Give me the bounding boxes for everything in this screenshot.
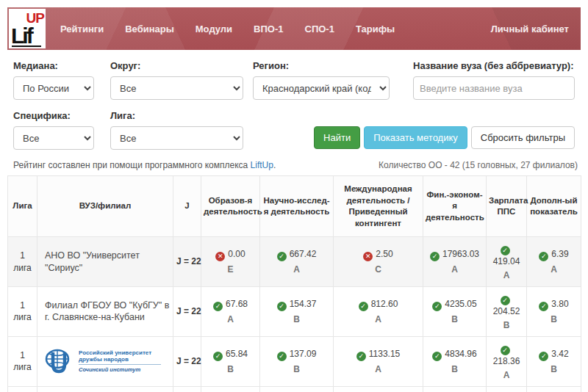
specifika-select[interactable]: Все: [13, 126, 94, 150]
okrug-select[interactable]: Все: [110, 76, 243, 100]
j-cell: J = 22: [173, 237, 201, 287]
metric-value: 218.36: [493, 356, 520, 366]
region-label: Регион:: [253, 60, 390, 71]
col-header-university[interactable]: ВУЗ/филиал: [37, 176, 173, 237]
liftup-link[interactable]: LiftUp: [251, 160, 273, 170]
metric-grade: B: [490, 319, 523, 331]
filters-panel: Медиана: По России Округ: Все Регион: Кр…: [7, 50, 581, 153]
metric-status-icon: [501, 246, 510, 255]
metric-grade: A: [490, 269, 523, 281]
col-header-additional[interactable]: Дополн-ый показатель: [527, 176, 581, 237]
table-row[interactable]: 1 лига Российский университет дружбы нар…: [8, 336, 581, 386]
nav-item-account[interactable]: Личный кабинет: [491, 23, 569, 35]
university-cell[interactable]: Кубанский государственный медицинский ун…: [37, 386, 173, 392]
metric-cell-salary: 419.04 A: [487, 237, 527, 287]
metric-value: 419.04: [493, 256, 520, 266]
metric-cell-research: 667.42 A: [260, 237, 334, 287]
metric-grade: B: [426, 363, 483, 375]
metric-value: 3.80: [551, 299, 568, 309]
nav-item-vpo1[interactable]: ВПО-1: [254, 23, 283, 35]
table-row[interactable]: 1 лига Филиал ФГБОУ ВО "КубГУ" в г. Слав…: [8, 287, 581, 337]
logo-underline: [12, 46, 41, 47]
metric-value: 154.37: [290, 299, 317, 309]
metric-status-icon: [277, 352, 287, 361]
university-cell[interactable]: АНО ВО "Университет "Сириус": [37, 237, 173, 287]
metric-status-icon: [277, 302, 287, 311]
col-header-j[interactable]: J: [173, 176, 201, 237]
j-cell: J = 22: [173, 287, 201, 337]
league-number: 1: [11, 250, 34, 261]
metric-value: 812.60: [371, 299, 398, 309]
nav-item-tariffs[interactable]: Тарифы: [356, 23, 395, 35]
col-header-research[interactable]: Научно-исслед-я деятельность: [260, 176, 334, 237]
metric-grade: C: [337, 264, 420, 275]
metric-status-icon: [359, 302, 368, 311]
metric-cell-additional: 3.42 B: [527, 336, 581, 386]
metric-grade: B: [263, 363, 330, 375]
okrug-label: Округ:: [110, 60, 243, 71]
metric-grade: A: [490, 369, 523, 381]
reset-filters-button[interactable]: Сбросить фильтры: [471, 126, 575, 149]
university-cell[interactable]: Филиал ФГБОУ ВО "КубГУ" в г. Славянске-н…: [37, 287, 173, 337]
mediana-label: Медиана:: [13, 60, 94, 71]
metric-value: 4235.05: [445, 299, 476, 309]
col-header-international[interactable]: Международная деятельность / Приведенный…: [334, 176, 423, 237]
rudn-line-1: Российский университет: [79, 349, 161, 356]
league-number: 1: [11, 349, 34, 361]
metric-value: 1133.15: [369, 349, 401, 359]
table-row[interactable]: 1 лига АНО ВО "Университет "Сириус" J = …: [8, 237, 581, 287]
filter-mediana: Медиана: По России: [13, 60, 94, 100]
nav-item-ratings[interactable]: Рейтинги: [60, 23, 104, 35]
col-header-league[interactable]: Лига: [8, 176, 37, 237]
metric-status-icon: [363, 252, 373, 261]
metric-grade: B: [263, 313, 330, 325]
metric-status-icon: [356, 352, 366, 361]
uni-name-input[interactable]: [413, 76, 575, 100]
nav-item-spo1[interactable]: СПО-1: [305, 23, 334, 35]
liftup-logo[interactable]: Lif UP: [9, 9, 46, 48]
col-header-education[interactable]: Образов-я деятельность: [201, 176, 260, 237]
liga-select[interactable]: Все: [110, 126, 243, 150]
logo-red-text: UP: [26, 11, 44, 25]
info-period: .: [273, 160, 276, 170]
nav-item-webinars[interactable]: Вебинары: [125, 23, 174, 35]
rudn-line-3: Сочинский институт: [79, 366, 161, 374]
filter-specifika: Специфика: Все: [13, 110, 94, 150]
metric-cell-education: 0.00 E: [201, 237, 260, 287]
metric-value: 2.50: [376, 249, 392, 259]
region-select[interactable]: Краснодарский край (код - 23): [253, 76, 390, 100]
league-number: 1: [11, 300, 34, 311]
league-cell: 1 лига: [8, 386, 37, 392]
metric-cell-finance: 4834.96 B: [423, 336, 487, 386]
nav-item-modules[interactable]: Модули: [196, 23, 232, 35]
league-word: лига: [11, 311, 34, 323]
liga-label: Лига:: [110, 110, 243, 121]
metric-grade: A: [204, 313, 257, 325]
info-count: Количество ОО - 42 (15 головных, 27 фили…: [379, 160, 579, 170]
metric-cell-research: 154.37 B: [260, 287, 334, 337]
metric-cell-research: 137.09 B: [260, 336, 334, 386]
university-name[interactable]: Филиал ФГБОУ ВО "КубГУ" в г. Славянске-н…: [45, 300, 169, 323]
show-method-button[interactable]: Показать методику: [364, 126, 467, 149]
rudn-logo[interactable]: Российский университет дружбы народов Со…: [45, 348, 170, 374]
col-header-finance[interactable]: Фин.-эконом-я деятельность: [423, 176, 487, 237]
metric-cell-additional: 6.39 A: [527, 237, 581, 287]
filter-okrug: Округ: Все: [110, 60, 243, 100]
metric-cell-additional: 3.80 B: [527, 287, 581, 337]
find-button[interactable]: Найти: [314, 126, 360, 149]
info-left-text: Рейтинг составлен при помощи программног…: [13, 160, 248, 170]
table-row[interactable]: 1 лига Кубанский государственный медицин…: [8, 386, 581, 392]
mediana-select[interactable]: По России: [13, 76, 94, 100]
filter-liga: Лига: Все: [110, 110, 243, 150]
rudn-separator: [79, 364, 161, 365]
metric-status-icon: [501, 296, 510, 305]
university-cell[interactable]: Российский университет дружбы народов Со…: [37, 336, 173, 386]
metric-cell-international: 8.57 B: [334, 386, 423, 392]
rating-table: Лига ВУЗ/филиал J Образов-я деятельность…: [7, 175, 581, 392]
logo-black-text: Lif: [11, 25, 32, 47]
metric-cell-salary: 204.52 B: [487, 287, 527, 337]
col-header-salary[interactable]: Зарплата ППС: [487, 176, 527, 237]
filter-buttons: Найти Показать методику Сбросить фильтры: [314, 126, 575, 150]
metric-status-icon: [213, 352, 223, 361]
university-name[interactable]: АНО ВО "Университет "Сириус": [45, 250, 140, 273]
